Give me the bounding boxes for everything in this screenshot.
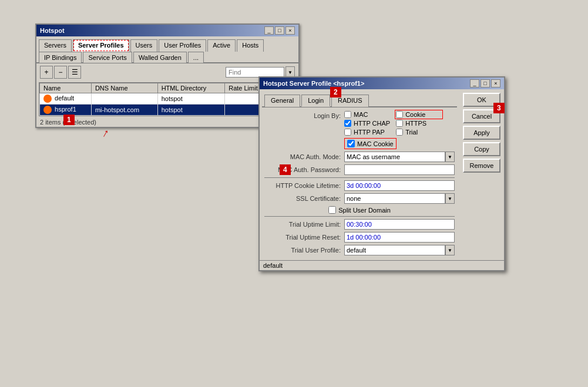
minimize-button[interactable]: _: [264, 26, 274, 35]
checkbox-mac: MAC: [344, 111, 390, 118]
ssl-certificate-label: SSL Certificate:: [264, 195, 341, 202]
cookie-label: Cookie: [405, 111, 425, 118]
trial-uptime-reset-row: Trial Uptime Reset:: [262, 232, 457, 243]
filter-button[interactable]: ☰: [68, 66, 81, 79]
mac-auth-mode-label: MAC Auth. Mode:: [264, 153, 341, 160]
mac-auth-mode-input[interactable]: [344, 152, 445, 162]
remove-button[interactable]: Remove: [463, 159, 500, 173]
ssl-cert-dropdown[interactable]: ▼: [445, 193, 455, 204]
dialog-maximize-button[interactable]: □: [481, 79, 490, 88]
divider-1: [264, 177, 455, 178]
trial-label: Trial: [405, 129, 418, 136]
server-icon: [43, 95, 52, 103]
profiles-table-container: Name DNS Name HTML Directory Rate Limit …: [39, 82, 296, 116]
col-dns-name[interactable]: DNS Name: [91, 83, 157, 93]
http-chap-checkbox[interactable]: [344, 120, 351, 127]
tab-general[interactable]: General: [264, 95, 300, 107]
trial-uptime-limit-row: Trial Uptime Limit:: [262, 219, 457, 230]
table-row[interactable]: default hotspot: [40, 93, 295, 105]
checkbox-cookie: Cookie: [396, 111, 442, 118]
trial-user-profile-input[interactable]: [344, 245, 445, 255]
ssl-certificate-input[interactable]: [344, 193, 445, 204]
main-titlebar: Hotspot _ □ ×: [36, 25, 298, 36]
trial-uptime-limit-label: Trial Uptime Limit:: [264, 221, 341, 228]
trial-uptime-reset-label: Trial Uptime Reset:: [264, 234, 341, 241]
mac-auth-password-label: MAC Auth. Password:: [264, 166, 341, 173]
split-user-domain-label: Split User Domain: [338, 207, 391, 214]
mac-checkbox[interactable]: [344, 111, 351, 118]
copy-button[interactable]: Copy: [463, 142, 500, 156]
https-checkbox[interactable]: [396, 120, 403, 127]
server-icon: [43, 106, 52, 114]
row-name: hsprof1: [40, 105, 92, 116]
mac-cookie-inner: MAC Cookie: [344, 138, 397, 149]
tab-ip-bindings[interactable]: IP Bindings: [39, 52, 82, 63]
dialog-status-bar: default: [260, 260, 504, 270]
dialog-close-button[interactable]: ×: [491, 79, 500, 88]
mac-auth-password-input[interactable]: [344, 164, 455, 175]
ssl-certificate-row: SSL Certificate: ▼: [262, 193, 457, 204]
https-label: HTTPS: [405, 120, 426, 127]
row-html-dir: hotspot: [157, 105, 225, 116]
cookie-checkbox[interactable]: [396, 111, 403, 118]
tab-servers[interactable]: Servers: [39, 39, 72, 52]
tab-login[interactable]: Login: [301, 95, 330, 107]
tab-user-profiles[interactable]: User Profiles: [159, 39, 206, 52]
tab-walled-garden[interactable]: Walled Garden: [133, 52, 187, 63]
badge-2-container: 2: [330, 87, 341, 97]
row-html-dir: hotspot: [157, 93, 225, 105]
checkbox-trial: Trial: [396, 129, 442, 136]
dialog-titlebar-buttons: _ □ ×: [470, 79, 500, 88]
tab-more[interactable]: ...: [188, 52, 204, 63]
tab-service-ports[interactable]: Service Ports: [83, 52, 132, 63]
apply-button[interactable]: Apply: [463, 126, 500, 140]
profiles-table: Name DNS Name HTML Directory Rate Limit …: [39, 83, 295, 116]
mac-auth-password-row: MAC Auth. Password:: [262, 164, 457, 175]
mac-auth-mode-dropdown[interactable]: ▼: [445, 152, 455, 162]
login-by-row: Login By: MAC Cookie HTTP CHAP: [262, 111, 457, 136]
mac-cookie-checkbox[interactable]: [347, 140, 355, 147]
split-user-domain-checkbox[interactable]: [328, 206, 336, 214]
trial-user-profile-dropdown[interactable]: ▼: [445, 245, 455, 255]
col-name[interactable]: Name: [40, 83, 92, 93]
tab-server-profiles[interactable]: Server Profiles: [73, 39, 129, 52]
main-window-title: Hotspot: [40, 27, 65, 34]
trial-user-profile-container: ▼: [344, 245, 455, 255]
tab-users[interactable]: Users: [130, 39, 158, 52]
checkbox-http-pap: HTTP PAP: [344, 129, 390, 136]
ssl-cert-container: ▼: [344, 193, 455, 204]
add-button[interactable]: +: [40, 66, 53, 79]
table-row[interactable]: hsprof1 mi-hotspot.com hotspot: [40, 105, 295, 116]
mac-auth-mode-container: ▼: [344, 152, 455, 162]
trial-uptime-limit-input[interactable]: [344, 219, 455, 230]
col-html-dir[interactable]: HTML Directory: [157, 83, 225, 93]
profile-dialog: Hotspot Server Profile <hsprof1> _ □ × G…: [258, 76, 505, 271]
http-cookie-lifetime-input[interactable]: [344, 180, 455, 191]
remove-button[interactable]: −: [54, 66, 67, 79]
dialog-content: General Login RADIUS Login By: MAC Cooki…: [260, 89, 504, 260]
row-name: default: [40, 93, 92, 105]
dialog-titlebar: Hotspot Server Profile <hsprof1> _ □ ×: [260, 78, 504, 89]
mac-auth-mode-row: MAC Auth. Mode: ▼: [262, 152, 457, 162]
filter-icon: ☰: [72, 68, 78, 76]
http-pap-checkbox[interactable]: [344, 129, 351, 136]
split-user-domain-row: Split User Domain: [262, 206, 457, 214]
main-titlebar-buttons: _ □ ×: [264, 26, 295, 35]
dialog-minimize-button[interactable]: _: [470, 79, 479, 88]
http-pap-label: HTTP PAP: [354, 129, 385, 136]
checkbox-https: HTTPS: [396, 120, 442, 127]
tab-active[interactable]: Active: [207, 39, 236, 52]
login-by-label: Login By:: [264, 111, 341, 119]
row-dns: [91, 93, 157, 105]
tab-hosts[interactable]: Hosts: [237, 39, 264, 52]
dialog-tab-bar: General Login RADIUS: [262, 92, 457, 107]
close-button[interactable]: ×: [285, 26, 295, 35]
trial-checkbox[interactable]: [396, 129, 403, 136]
maximize-button[interactable]: □: [275, 26, 284, 35]
http-cookie-lifetime-label: HTTP Cookie Lifetime:: [264, 182, 341, 189]
trial-uptime-reset-input[interactable]: [344, 232, 455, 243]
mac-cookie-row: MAC Cookie: [262, 138, 457, 149]
badge-3-container: 3: [493, 103, 505, 113]
login-checkboxes: MAC Cookie HTTP CHAP HTTPS: [344, 111, 442, 136]
mac-cookie-label: MAC Cookie: [357, 140, 394, 147]
